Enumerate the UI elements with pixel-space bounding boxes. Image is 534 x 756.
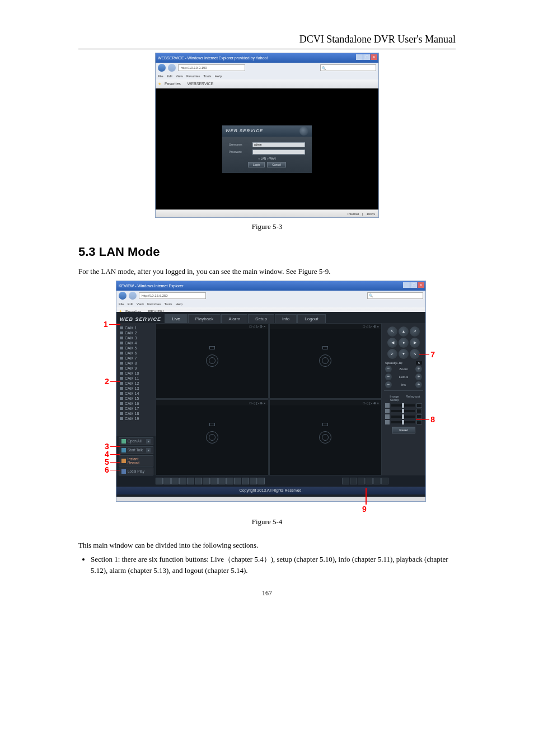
video-cell[interactable]: □ ◁ ▷ ⊕ × <box>269 323 382 399</box>
start-talk-button[interactable]: Start Talk▾ <box>119 446 153 454</box>
menu-favorites[interactable]: Favorites <box>186 74 200 78</box>
camera-item[interactable]: CAM 11 <box>116 376 156 381</box>
layout-icon[interactable] <box>234 478 241 484</box>
minimize-icon[interactable]: _ <box>403 282 410 288</box>
mode-radios[interactable]: ○ LAN ○ WAN <box>229 157 305 160</box>
ptz-left[interactable]: ◀ <box>387 338 397 348</box>
ptz-down-left[interactable]: ↙ <box>387 349 397 359</box>
cancel-button[interactable]: Cancel <box>267 162 286 167</box>
focus-out[interactable]: − <box>385 374 392 380</box>
video-cell[interactable]: □ ◁ ▷ ⊕ × <box>156 323 269 399</box>
password-input[interactable] <box>252 150 305 155</box>
search-field[interactable]: 🔍 <box>367 292 423 299</box>
tab-logout[interactable]: Logout <box>297 314 325 323</box>
camera-item[interactable]: CAM 6 <box>116 351 156 356</box>
ptz-up[interactable]: ▲ <box>399 326 409 337</box>
layout-icon[interactable] <box>163 478 171 484</box>
menu-help[interactable]: Help <box>176 302 182 306</box>
tab-setup[interactable]: Setup <box>248 314 274 323</box>
camera-item[interactable]: CAM 8 <box>116 361 156 366</box>
close-icon[interactable]: × <box>418 282 424 288</box>
layout-icon[interactable] <box>187 478 194 484</box>
zoom-level[interactable]: 100% <box>367 212 375 216</box>
image-setup-tab[interactable]: Image Setup <box>385 395 404 402</box>
layout-icon[interactable] <box>257 478 265 484</box>
zoom-out[interactable]: − <box>385 366 392 372</box>
chevron-down-icon[interactable]: ▾ <box>146 448 151 452</box>
camera-item[interactable]: CAM 1 <box>116 325 156 330</box>
layout-icon[interactable] <box>210 478 218 484</box>
menu-edit[interactable]: Edit <box>167 74 172 78</box>
tab-playback[interactable]: Playback <box>188 314 221 323</box>
tab-live[interactable]: Live <box>165 314 188 323</box>
tool-icon[interactable] <box>350 478 357 484</box>
menu-favorites[interactable]: Favorites <box>147 302 161 306</box>
tool-icon[interactable] <box>358 478 365 484</box>
video-cell[interactable]: □ ◁ ▷ ⊕ × <box>156 399 269 475</box>
zoom-in[interactable]: + <box>415 366 422 372</box>
camera-item[interactable]: CAM 14 <box>116 391 156 396</box>
camera-item[interactable]: CAM 5 <box>116 346 156 351</box>
layout-icon[interactable] <box>195 478 202 484</box>
tool-icon[interactable] <box>366 478 373 484</box>
maximize-icon[interactable]: □ <box>363 54 370 60</box>
camera-item[interactable]: CAM 15 <box>116 396 156 401</box>
username-input[interactable] <box>252 142 305 147</box>
search-field[interactable]: 🔍 <box>320 64 376 71</box>
tab-alarm[interactable]: Alarm <box>221 314 247 323</box>
back-icon[interactable] <box>158 64 166 72</box>
layout-icon[interactable] <box>218 478 226 484</box>
camera-item[interactable]: CAM 19 <box>116 416 156 421</box>
camera-item[interactable]: CAM 13 <box>116 386 156 391</box>
minimize-icon[interactable]: _ <box>356 54 363 60</box>
camera-item[interactable]: CAM 17 <box>116 406 156 411</box>
iris-in[interactable]: + <box>415 381 422 388</box>
menu-view[interactable]: View <box>137 302 144 306</box>
camera-item[interactable]: CAM 18 <box>116 411 156 416</box>
layout-icon[interactable] <box>171 478 179 484</box>
forward-icon[interactable] <box>129 292 137 300</box>
favorites-star-icon[interactable]: ★ <box>158 82 161 86</box>
layout-icon[interactable] <box>156 478 163 484</box>
open-all-button[interactable]: Open All▾ <box>119 437 153 445</box>
contrast-slider[interactable] <box>391 410 415 412</box>
video-cell[interactable]: □ ◁ ▷ ⊕ × <box>269 399 382 475</box>
ptz-down-right[interactable]: ↘ <box>410 349 420 359</box>
url-field[interactable]: http://10.10.3.190 <box>178 64 245 71</box>
brightness-slider[interactable] <box>391 404 415 407</box>
camera-item[interactable]: CAM 9 <box>116 366 156 371</box>
menu-tools[interactable]: Tools <box>204 74 212 78</box>
instant-record-button[interactable]: Instant Record <box>119 455 153 466</box>
layout-icon[interactable] <box>203 478 210 484</box>
tool-icon[interactable] <box>342 478 349 484</box>
hue-slider[interactable] <box>391 416 415 418</box>
menu-view[interactable]: View <box>176 74 183 78</box>
camera-item[interactable]: CAM 12 <box>116 381 156 386</box>
close-icon[interactable]: × <box>371 54 377 60</box>
menu-file[interactable]: File <box>119 302 124 306</box>
saturation-slider[interactable] <box>391 421 415 423</box>
ptz-down[interactable]: ▼ <box>399 349 409 359</box>
focus-in[interactable]: + <box>415 374 422 380</box>
menu-help[interactable]: Help <box>215 74 222 78</box>
forward-icon[interactable] <box>168 64 176 72</box>
camera-item[interactable]: CAM 16 <box>116 401 156 406</box>
tab-info[interactable]: Info <box>275 314 297 323</box>
login-button[interactable]: Login <box>248 162 265 167</box>
camera-item[interactable]: CAM 4 <box>116 340 156 346</box>
maximize-icon[interactable]: □ <box>410 282 417 288</box>
layout-icon[interactable] <box>250 478 257 484</box>
tab-webservice[interactable]: WEBSERVICE <box>188 82 214 86</box>
ptz-right[interactable]: ▶ <box>410 338 420 348</box>
ptz-up-left[interactable]: ↖ <box>387 326 397 337</box>
tool-icon[interactable] <box>381 478 388 484</box>
ptz-up-right[interactable]: ↗ <box>410 326 420 337</box>
menu-tools[interactable]: Tools <box>165 302 172 306</box>
menu-edit[interactable]: Edit <box>128 302 133 306</box>
camera-item[interactable]: CAM 2 <box>116 330 156 335</box>
layout-icon[interactable] <box>226 478 233 484</box>
camera-item[interactable]: CAM 3 <box>116 335 156 340</box>
camera-item[interactable]: CAM 7 <box>116 356 156 361</box>
layout-icon[interactable] <box>242 478 249 484</box>
ptz-center[interactable]: ● <box>399 338 409 348</box>
